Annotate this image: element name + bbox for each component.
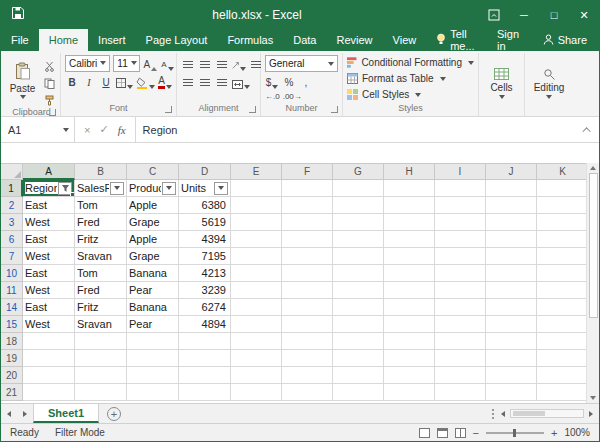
cell-A2[interactable]: East [23,197,75,214]
cell-J7[interactable] [486,248,537,265]
underline-button[interactable]: U [99,74,113,89]
cell-I6[interactable] [435,231,486,248]
zoom-slider-thumb[interactable] [513,429,516,437]
cell-C18[interactable] [127,333,179,350]
cell-H2[interactable] [384,197,435,214]
cell-I3[interactable] [435,214,486,231]
grow-font-button[interactable]: A [143,56,157,71]
cell-E14[interactable] [231,299,282,316]
align-bottom-button[interactable] [215,56,229,71]
column-header-H[interactable]: H [384,163,435,180]
sheet-nav-right-button[interactable] [17,404,33,423]
sign-in-button[interactable]: Sign in [487,29,531,51]
insert-function-icon[interactable]: fx [118,124,126,136]
cell-H6[interactable] [384,231,435,248]
cell-G15[interactable] [333,316,384,333]
column-header-E[interactable]: E [231,163,282,180]
number-dialog-launcher[interactable] [331,106,338,113]
cell-H1[interactable] [384,180,435,197]
cell-E2[interactable] [231,197,282,214]
cell-H11[interactable] [384,282,435,299]
cell-K1[interactable] [537,180,586,197]
cell-G6[interactable] [333,231,384,248]
cell-E20[interactable] [231,367,282,384]
cell-D2[interactable]: 6380 [179,197,231,214]
cell-I21[interactable] [435,384,486,401]
cell-D1[interactable]: Units [179,180,231,197]
cell-H10[interactable] [384,265,435,282]
cell-B2[interactable]: Tom [75,197,127,214]
cell-E3[interactable] [231,214,282,231]
conditional-formatting-button[interactable]: Conditional Formatting [347,55,474,70]
cell-B3[interactable]: Fred [75,214,127,231]
filter-dropdown-button-D[interactable] [214,182,228,195]
zoom-in-button[interactable]: + [551,427,557,439]
close-button[interactable]: ✕ [569,1,599,29]
cell-C21[interactable] [127,384,179,401]
cell-J6[interactable] [486,231,537,248]
cell-A7[interactable]: West [23,248,75,265]
row-header-15[interactable]: 15 [1,316,23,333]
cell-E18[interactable] [231,333,282,350]
cell-K14[interactable] [537,299,586,316]
ribbon-display-options-icon[interactable] [479,1,509,29]
row-header-7[interactable]: 7 [1,248,23,265]
fill-color-button[interactable] [136,74,155,89]
formula-bar-expand-button[interactable] [577,117,599,142]
zoom-slider[interactable] [486,432,544,434]
cell-K10[interactable] [537,265,586,282]
column-header-G[interactable]: G [333,163,384,180]
cell-D11[interactable]: 3239 [179,282,231,299]
cell-B1[interactable]: SalesRep [75,180,127,197]
cell-B21[interactable] [75,384,127,401]
align-left-button[interactable] [181,74,195,89]
cell-H3[interactable] [384,214,435,231]
cell-I20[interactable] [435,367,486,384]
page-layout-view-icon[interactable] [437,428,448,438]
format-painter-icon[interactable] [42,91,56,106]
orientation-button[interactable] [232,56,246,71]
font-size-select[interactable]: 11 [113,55,140,72]
percent-style-button[interactable]: % [282,74,296,89]
cell-A3[interactable]: West [23,214,75,231]
cell-H15[interactable] [384,316,435,333]
cell-B19[interactable] [75,350,127,367]
cell-K18[interactable] [537,333,586,350]
cell-C6[interactable]: Apple [127,231,179,248]
enter-icon[interactable]: ✓ [99,123,108,136]
cancel-icon[interactable]: × [84,124,90,136]
cell-A20[interactable] [23,367,75,384]
cell-D3[interactable]: 5619 [179,214,231,231]
row-header-2[interactable]: 2 [1,197,23,214]
vertical-scroll-thumb[interactable] [589,173,598,318]
cell-H21[interactable] [384,384,435,401]
name-box[interactable]: A1 [1,117,75,142]
h-scroll-right-icon[interactable] [589,411,593,417]
comma-style-button[interactable]: , [299,74,313,89]
tab-formulas[interactable]: Formulas [217,29,283,51]
cell-I11[interactable] [435,282,486,299]
cell-C10[interactable]: Banana [127,265,179,282]
cell-J18[interactable] [486,333,537,350]
cell-D6[interactable]: 4394 [179,231,231,248]
column-header-K[interactable]: K [537,163,586,180]
cell-G18[interactable] [333,333,384,350]
cell-E6[interactable] [231,231,282,248]
cell-D20[interactable] [179,367,231,384]
tell-me-box[interactable]: Tell me... [426,29,487,51]
cell-B11[interactable]: Fred [75,282,127,299]
cell-I1[interactable] [435,180,486,197]
new-sheet-button[interactable]: + [107,407,121,421]
cell-K7[interactable] [537,248,586,265]
cell-G2[interactable] [333,197,384,214]
align-center-button[interactable] [198,74,212,89]
row-header-11[interactable]: 11 [1,282,23,299]
cell-J21[interactable] [486,384,537,401]
column-header-C[interactable]: C [127,163,179,180]
bold-button[interactable]: B [65,74,79,89]
cells-button[interactable]: Cells [483,54,520,116]
cell-J20[interactable] [486,367,537,384]
cell-D19[interactable] [179,350,231,367]
copy-icon[interactable] [42,74,56,89]
cell-A19[interactable] [23,350,75,367]
